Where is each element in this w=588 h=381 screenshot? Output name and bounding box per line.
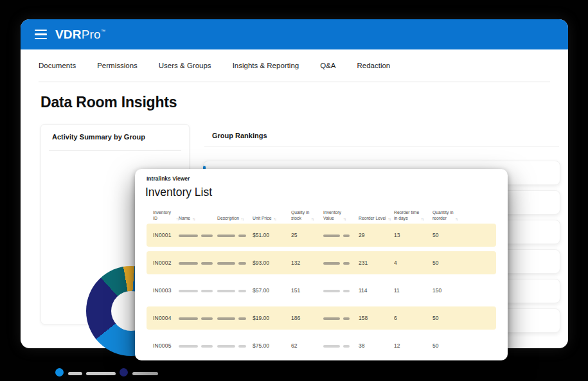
legend-placeholder-text bbox=[132, 366, 162, 378]
table-body: IN0001 $51.00 25 29 13 50 IN0002 $93.00 … bbox=[147, 224, 496, 362]
cell-quantity-reorder: 150 bbox=[432, 287, 483, 294]
page-title: Data Room Insights bbox=[40, 94, 177, 111]
legend-item bbox=[120, 366, 184, 378]
column-header-label: Unit Price bbox=[253, 215, 271, 222]
cell-reorder-level: 114 bbox=[359, 287, 394, 294]
cell-reorder-level: 231 bbox=[359, 260, 394, 266]
divider bbox=[49, 150, 181, 151]
legend-dot bbox=[55, 368, 64, 377]
cell-name-placeholder bbox=[179, 232, 217, 238]
cell-description-placeholder bbox=[217, 315, 253, 321]
table-row[interactable]: IN0003 $57.00 151 114 11 150 bbox=[147, 279, 496, 302]
sort-icon[interactable]: ↑↓ bbox=[388, 217, 391, 222]
table-row[interactable]: IN0002 $93.00 132 231 4 50 bbox=[147, 251, 496, 274]
nav-item-insights-reporting[interactable]: Insights & Reporting bbox=[233, 62, 299, 69]
sort-icon[interactable]: ↑↓ bbox=[311, 217, 314, 222]
cell-unit-price: $75.00 bbox=[253, 342, 291, 349]
cell-unit-price: $93.00 bbox=[253, 260, 291, 266]
sort-icon[interactable]: ↑↓ bbox=[456, 217, 458, 222]
trademark-symbol: ™ bbox=[101, 29, 105, 33]
cell-quality-in-stock: 151 bbox=[291, 287, 323, 294]
activity-card-title: Activity Summary by Group bbox=[52, 133, 145, 141]
cell-quality-in-stock: 132 bbox=[291, 260, 323, 266]
legend-dot bbox=[120, 368, 128, 377]
app-logo-light: Pro bbox=[82, 28, 101, 41]
app-logo: VDRPro™ bbox=[55, 28, 105, 42]
cell-name-placeholder bbox=[179, 342, 217, 349]
cell-inventory-value-placeholder bbox=[323, 342, 359, 349]
cell-reorder-level: 38 bbox=[359, 342, 394, 349]
column-header[interactable]: Inventory Value↑↓ bbox=[323, 209, 359, 222]
nav-item-users-groups[interactable]: Users & Groups bbox=[159, 62, 211, 69]
table-row[interactable]: IN0004 $19.00 186 158 6 50 bbox=[147, 306, 496, 330]
column-header[interactable]: Quantity in reorder↑↓ bbox=[432, 209, 483, 222]
legend-item bbox=[55, 366, 120, 378]
cell-name-placeholder bbox=[179, 315, 217, 321]
cell-inventory-value-placeholder bbox=[323, 260, 359, 266]
cell-quality-in-stock: 186 bbox=[291, 315, 323, 321]
cell-quantity-reorder: 50 bbox=[432, 315, 483, 321]
cell-quantity-reorder: 50 bbox=[432, 342, 483, 349]
hamburger-menu-icon[interactable] bbox=[35, 30, 47, 39]
table-row[interactable]: IN0001 $51.00 25 29 13 50 bbox=[147, 224, 496, 247]
table-header-row: Inventory ID↑↓ Name↑↓ Description↑↓ Unit… bbox=[147, 204, 496, 222]
cell-inventory-id: IN0003 bbox=[147, 287, 179, 294]
cell-description-placeholder bbox=[217, 260, 253, 266]
cell-description-placeholder bbox=[217, 232, 253, 238]
app-header-bar: VDRPro™ bbox=[21, 19, 568, 49]
column-header-label: Reorder time in days bbox=[394, 209, 419, 222]
app-logo-bold: VDR bbox=[55, 28, 82, 41]
nav-item-redaction[interactable]: Redaction bbox=[357, 62, 390, 69]
cell-description-placeholder bbox=[217, 287, 253, 294]
cell-inventory-value-placeholder bbox=[323, 232, 359, 238]
group-rankings-title: Group Rankings bbox=[204, 124, 559, 139]
column-header-label: Inventory Value bbox=[323, 209, 341, 222]
divider bbox=[204, 146, 559, 146]
column-header-label: Quality in stock bbox=[291, 209, 309, 222]
sort-icon[interactable]: ↑↓ bbox=[273, 217, 276, 222]
viewer-title: Inventory List bbox=[145, 186, 212, 199]
cell-inventory-id: IN0001 bbox=[147, 232, 179, 238]
intralinks-viewer-modal: Intralinks Viewer Inventory List Invento… bbox=[135, 169, 508, 360]
column-header[interactable]: Description↑↓ bbox=[217, 215, 253, 222]
group-rankings-card: Group Rankings bbox=[204, 124, 559, 146]
column-header[interactable]: Unit Price↑↓ bbox=[253, 215, 291, 222]
screenshot-canvas: VDRPro™ DocumentsPermissionsUsers & Grou… bbox=[0, 0, 588, 381]
cell-quantity-reorder: 50 bbox=[432, 260, 483, 266]
column-header[interactable]: Name↑↓ bbox=[179, 215, 217, 222]
column-header-label: Name bbox=[179, 215, 190, 222]
nav-item-q-a[interactable]: Q&A bbox=[320, 62, 335, 69]
cell-inventory-value-placeholder bbox=[323, 315, 359, 321]
cell-reorder-level: 29 bbox=[359, 232, 394, 238]
legend-placeholder-text bbox=[68, 366, 120, 378]
column-header[interactable]: Reorder Level↑↓ bbox=[359, 215, 394, 222]
nav-item-documents[interactable]: Documents bbox=[39, 62, 76, 69]
sort-icon[interactable]: ↑↓ bbox=[192, 217, 195, 222]
cell-inventory-id: IN0004 bbox=[147, 315, 179, 321]
cell-unit-price: $19.00 bbox=[253, 315, 291, 321]
cell-inventory-id: IN0005 bbox=[147, 342, 179, 349]
column-header-label: Inventory ID bbox=[153, 209, 174, 222]
table-row[interactable]: IN0005 $75.00 62 38 12 50 bbox=[147, 334, 496, 357]
cell-quantity-reorder: 50 bbox=[432, 232, 483, 238]
column-header[interactable]: Reorder time in days↑↓ bbox=[394, 209, 432, 222]
cell-description-placeholder bbox=[217, 342, 253, 349]
cell-reorder-time: 6 bbox=[394, 315, 432, 321]
cell-quality-in-stock: 25 bbox=[291, 232, 323, 238]
cell-unit-price: $57.00 bbox=[253, 287, 291, 294]
cell-reorder-time: 4 bbox=[394, 260, 432, 266]
column-header[interactable]: Inventory ID↑↓ bbox=[147, 209, 179, 222]
nav-item-permissions[interactable]: Permissions bbox=[97, 62, 138, 69]
column-header-label: Description bbox=[217, 215, 239, 222]
cell-inventory-value-placeholder bbox=[323, 287, 359, 294]
sort-icon[interactable]: ↑↓ bbox=[343, 217, 346, 222]
sort-icon[interactable]: ↑↓ bbox=[421, 217, 423, 222]
cell-reorder-time: 11 bbox=[394, 287, 432, 294]
cell-reorder-time: 12 bbox=[394, 342, 432, 349]
sort-icon[interactable]: ↑↓ bbox=[241, 217, 244, 222]
viewer-label: Intralinks Viewer bbox=[147, 175, 190, 182]
chart-legend bbox=[55, 366, 184, 381]
cell-quality-in-stock: 62 bbox=[291, 342, 323, 349]
cell-reorder-time: 13 bbox=[394, 232, 432, 238]
column-header[interactable]: Quality in stock↑↓ bbox=[291, 209, 323, 222]
